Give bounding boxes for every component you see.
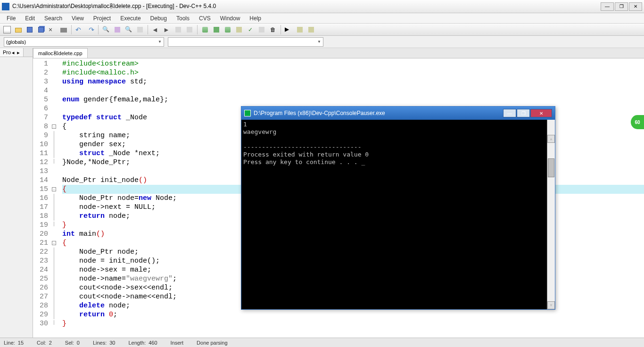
menu-edit[interactable]: Edit <box>20 14 40 23</box>
profile-button[interactable] <box>256 25 267 35</box>
status-parse: Done parsing <box>197 340 227 346</box>
assist-badge[interactable]: 60 <box>631 115 644 129</box>
maximize-button[interactable]: ❐ <box>615 2 628 11</box>
compile-run-button[interactable] <box>223 25 233 35</box>
bookmark-button[interactable] <box>173 25 183 35</box>
close-file-button[interactable]: × <box>47 25 58 35</box>
console-output[interactable]: 1 waegvewrg ----------------------------… <box>241 120 555 309</box>
step-over-button[interactable] <box>295 25 305 35</box>
status-sel: Sel:0 <box>65 340 80 346</box>
menu-cvs[interactable]: CVS <box>194 14 215 23</box>
menu-project[interactable]: Project <box>89 14 116 23</box>
status-mode: Insert <box>171 340 184 346</box>
close-button[interactable]: ✕ <box>629 2 642 11</box>
print-button[interactable] <box>58 25 69 35</box>
redo-button[interactable]: ↶ <box>85 25 96 35</box>
goto-bookmark-button[interactable] <box>184 25 195 35</box>
save-button[interactable] <box>25 25 35 35</box>
save-all-button[interactable] <box>36 25 46 35</box>
new-file-button[interactable] <box>2 25 12 35</box>
menu-view[interactable]: View <box>67 14 89 23</box>
menu-execute[interactable]: Execute <box>116 14 145 23</box>
toolbar-separator <box>197 25 198 34</box>
console-window[interactable]: D:\Program Files (x86)\Dev-Cpp\ConsolePa… <box>241 106 555 310</box>
nav-fwd-button[interactable]: ► <box>162 25 172 35</box>
project-tab[interactable]: Pro◄ ► <box>0 48 24 57</box>
clean-button[interactable]: 🗑 <box>268 25 278 35</box>
run-button[interactable] <box>211 25 222 35</box>
member-combo[interactable] <box>168 37 323 47</box>
syntax-check-button[interactable]: ✓ <box>245 25 256 35</box>
console-minimize-button[interactable]: — <box>503 109 516 117</box>
goto-line-button[interactable] <box>135 25 145 35</box>
app-icon <box>2 3 9 10</box>
toolbar-separator <box>148 25 148 34</box>
console-close-button[interactable]: ✕ <box>530 109 552 117</box>
find-in-files-button[interactable]: 🔍 <box>124 25 134 35</box>
find-button[interactable]: 🔍 <box>101 25 111 35</box>
menu-search[interactable]: Search <box>40 14 67 23</box>
scroll-thumb[interactable] <box>548 158 554 177</box>
menu-window[interactable]: Window <box>215 14 245 23</box>
minimize-button[interactable]: — <box>601 2 614 11</box>
debug-button[interactable]: ▶ <box>283 25 294 35</box>
compile-button[interactable] <box>200 25 210 35</box>
menu-tools[interactable]: Tools <box>172 14 194 23</box>
menu-file[interactable]: File <box>2 14 20 23</box>
status-col: Col:2 <box>37 340 52 346</box>
console-title: D:\Program Files (x86)\Dev-Cpp\ConsolePa… <box>254 110 503 116</box>
rebuild-button[interactable] <box>234 25 244 35</box>
scroll-up-button[interactable]: ▲ <box>547 135 555 143</box>
toolbar-separator <box>71 25 72 34</box>
nav-back-button[interactable]: ◄ <box>150 25 161 35</box>
window-title: C:\Users\Administrator\Desktop\malloc和de… <box>12 2 601 10</box>
console-scrollbar[interactable]: ▲ ▼ <box>547 120 555 309</box>
console-icon <box>244 110 251 116</box>
scroll-down-button[interactable]: ▼ <box>547 301 555 309</box>
status-length: Length:460 <box>129 340 157 346</box>
menu-help[interactable]: Help <box>245 14 266 23</box>
open-file-button[interactable] <box>13 25 24 35</box>
menu-debug[interactable]: Debug <box>146 14 172 23</box>
replace-button[interactable] <box>112 25 123 35</box>
step-into-button[interactable] <box>306 25 316 35</box>
console-maximize-button[interactable]: ❐ <box>517 109 530 117</box>
file-tab[interactable]: malloc和delete.cpp <box>33 48 88 58</box>
scope-combo[interactable]: (globals) <box>4 37 164 47</box>
status-line: Line:15 <box>4 340 24 346</box>
undo-button[interactable]: ↶ <box>74 25 84 35</box>
toolbar-separator <box>281 25 281 34</box>
toolbar-separator <box>98 25 99 34</box>
status-lines: Lines:30 <box>93 340 116 346</box>
